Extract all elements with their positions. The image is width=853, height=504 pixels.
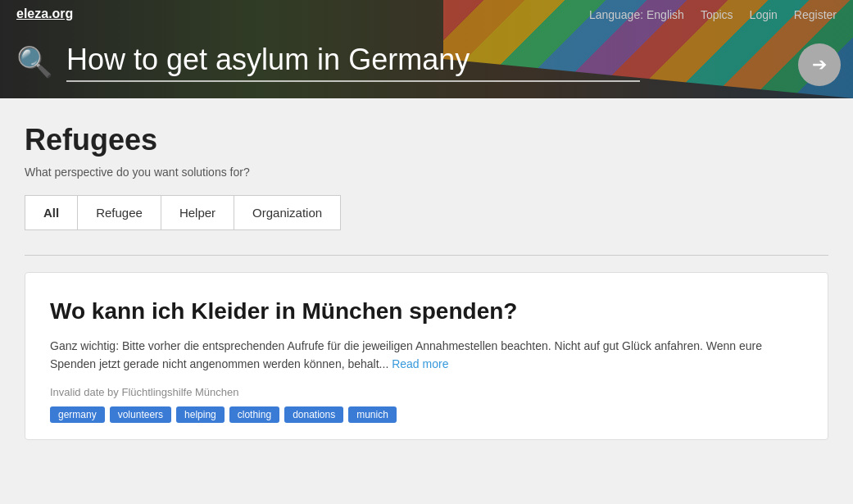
tab-refugee[interactable]: Refugee xyxy=(78,196,161,229)
section-divider xyxy=(25,255,828,256)
arrow-right-icon: ➔ xyxy=(812,54,827,75)
page-subtitle: What perspective do you want solutions f… xyxy=(25,166,828,179)
tab-helper[interactable]: Helper xyxy=(161,196,234,229)
perspective-tabs: All Refugee Helper Organization xyxy=(25,195,341,230)
search-row: 🔍 xyxy=(16,43,837,82)
tab-organization[interactable]: Organization xyxy=(234,196,340,229)
site-logo[interactable]: eleza.org xyxy=(16,7,73,21)
site-header: eleza.org Language: English Topics Login… xyxy=(0,0,853,98)
tag-helping[interactable]: helping xyxy=(176,406,225,423)
main-content: Refugees What perspective do you want so… xyxy=(0,98,853,473)
tag-donations[interactable]: donations xyxy=(284,406,343,423)
register-link[interactable]: Register xyxy=(794,8,837,21)
article-title[interactable]: Wo kann ich Kleider in München spenden? xyxy=(50,297,803,325)
topics-link[interactable]: Topics xyxy=(701,8,733,21)
search-submit-button[interactable]: ➔ xyxy=(798,43,841,86)
page-title: Refugees xyxy=(25,123,828,157)
search-input[interactable] xyxy=(66,43,640,82)
article-tags: germany volunteers helping clothing dona… xyxy=(50,406,803,423)
tag-volunteers[interactable]: volunteers xyxy=(110,406,171,423)
tag-munich[interactable]: munich xyxy=(348,406,397,423)
language-selector[interactable]: Language: English xyxy=(589,8,684,21)
article-excerpt: Ganz wichtig: Bitte vorher die entsprech… xyxy=(50,337,803,374)
tag-clothing[interactable]: clothing xyxy=(229,406,279,423)
tag-germany[interactable]: germany xyxy=(50,406,105,423)
read-more-link[interactable]: Read more xyxy=(392,357,448,370)
article-card: Wo kann ich Kleider in München spenden? … xyxy=(25,272,828,440)
top-navigation: Language: English Topics Login Register xyxy=(589,8,837,21)
tab-all[interactable]: All xyxy=(25,196,78,229)
article-meta: Invalid date by Flüchtlingshilfe München xyxy=(50,386,803,398)
login-link[interactable]: Login xyxy=(750,8,778,21)
search-icon: 🔍 xyxy=(16,45,53,79)
